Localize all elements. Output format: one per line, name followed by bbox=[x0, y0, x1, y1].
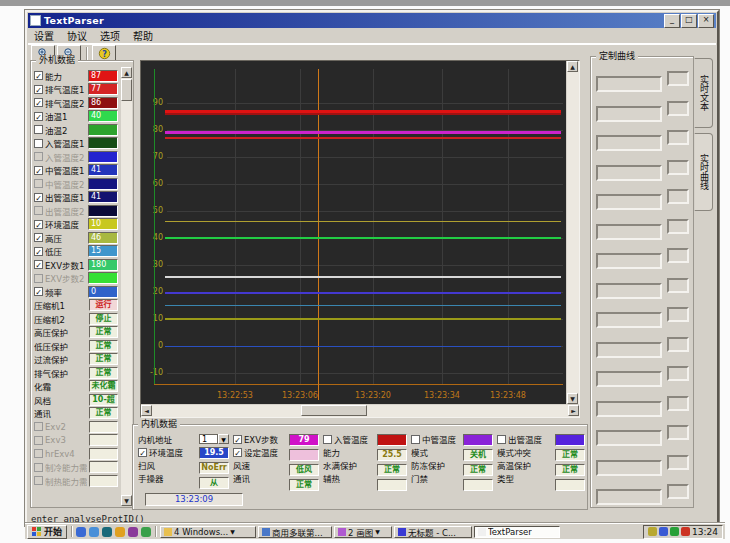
menu-item[interactable]: 设置 bbox=[34, 28, 54, 43]
checkbox[interactable]: ✓ bbox=[34, 85, 43, 94]
tray-icon[interactable] bbox=[670, 527, 679, 536]
quick-launch-icon[interactable] bbox=[128, 527, 138, 537]
tray-icon[interactable] bbox=[681, 527, 690, 536]
custom-curve-name-field[interactable] bbox=[596, 460, 662, 476]
custom-curve-name-field[interactable] bbox=[596, 76, 662, 92]
checkbox[interactable]: ✓ bbox=[34, 193, 43, 202]
custom-curve-name-field[interactable] bbox=[596, 371, 662, 387]
checkbox[interactable]: ✓ bbox=[34, 112, 43, 121]
chart-vscrollbar[interactable]: ▲ ▼ bbox=[567, 61, 579, 404]
taskbar-button[interactable]: 2 画图▼ bbox=[334, 526, 392, 538]
scroll-up-icon[interactable]: ▲ bbox=[121, 67, 132, 78]
custom-curve-value-field[interactable] bbox=[667, 396, 689, 411]
scroll-down-icon[interactable]: ▼ bbox=[121, 495, 132, 506]
quick-launch-icon[interactable] bbox=[102, 527, 112, 537]
custom-curve-name-field[interactable] bbox=[596, 194, 662, 210]
checkbox[interactable] bbox=[34, 463, 43, 472]
outdoor-scrollbar[interactable]: ▲ ▼ bbox=[121, 67, 132, 506]
quick-launch-icon[interactable] bbox=[115, 527, 125, 537]
checkbox[interactable]: ✓ bbox=[34, 98, 43, 107]
checkbox[interactable]: ✓ bbox=[34, 287, 43, 296]
custom-curve-name-field[interactable] bbox=[596, 253, 662, 269]
indoor-address-dropdown[interactable]: 1▼ bbox=[199, 434, 229, 444]
menu-item[interactable]: 协议 bbox=[67, 28, 87, 43]
checkbox[interactable]: ✓ bbox=[34, 260, 43, 269]
custom-curve-value-field[interactable] bbox=[667, 71, 689, 86]
scroll-down-icon[interactable]: ▼ bbox=[567, 393, 578, 404]
checkbox[interactable] bbox=[411, 435, 420, 444]
custom-curve-name-field[interactable] bbox=[596, 224, 662, 240]
scroll-left-icon[interactable]: ◄ bbox=[141, 405, 152, 416]
checkbox[interactable]: ✓ bbox=[34, 71, 43, 80]
checkbox[interactable] bbox=[34, 179, 43, 188]
scroll-right-icon[interactable]: ► bbox=[568, 405, 579, 416]
tray-icon[interactable] bbox=[648, 527, 657, 536]
taskbar-button[interactable]: 4 Windows...▼ bbox=[160, 526, 256, 538]
custom-curve-value-field[interactable] bbox=[667, 366, 689, 381]
checkbox[interactable] bbox=[34, 139, 43, 148]
checkbox[interactable] bbox=[34, 206, 43, 215]
custom-curve-value-field[interactable] bbox=[667, 130, 689, 145]
checkbox[interactable]: ✓ bbox=[34, 220, 43, 229]
checkbox[interactable]: ✓ bbox=[34, 233, 43, 242]
start-button[interactable]: 开始 bbox=[27, 525, 67, 539]
custom-curve-value-field[interactable] bbox=[667, 455, 689, 470]
checkbox[interactable] bbox=[34, 422, 43, 431]
custom-curve-name-field[interactable] bbox=[596, 135, 662, 151]
checkbox[interactable] bbox=[497, 435, 506, 444]
custom-curve-value-field[interactable] bbox=[667, 337, 689, 352]
custom-curve-name-field[interactable] bbox=[596, 342, 662, 358]
minimize-button[interactable]: _ bbox=[664, 14, 680, 28]
custom-curve-name-field[interactable] bbox=[596, 106, 662, 122]
scroll-up-icon[interactable]: ▲ bbox=[567, 61, 578, 72]
taskbar-button[interactable]: 无标题 - C... bbox=[394, 526, 472, 538]
quick-launch-icon[interactable] bbox=[89, 527, 99, 537]
scrollbar-thumb[interactable] bbox=[301, 405, 367, 416]
tray-icon[interactable] bbox=[659, 527, 668, 536]
checkbox[interactable]: ✓ bbox=[138, 448, 147, 457]
custom-curve-value-field[interactable] bbox=[667, 484, 689, 499]
custom-curve-name-field[interactable] bbox=[596, 401, 662, 417]
custom-curve-name-field[interactable] bbox=[596, 489, 662, 505]
checkbox[interactable] bbox=[34, 274, 43, 283]
quick-launch-icon[interactable] bbox=[141, 527, 151, 537]
custom-curve-name-field[interactable] bbox=[596, 312, 662, 328]
custom-curve-value-field[interactable] bbox=[667, 160, 689, 175]
time-cursor[interactable] bbox=[318, 69, 319, 400]
chart-plot[interactable]: 9080706050403020100-1013:22:5313:23:0613… bbox=[141, 61, 566, 404]
custom-curve-value-field[interactable] bbox=[667, 248, 689, 263]
taskbar-button[interactable]: 商用多联第... bbox=[258, 526, 332, 538]
side-tab[interactable]: 实时曲线 bbox=[694, 133, 713, 211]
quick-launch-icon[interactable] bbox=[76, 527, 86, 537]
maximize-button[interactable]: □ bbox=[681, 14, 697, 28]
checkbox[interactable] bbox=[34, 449, 43, 458]
checkbox[interactable] bbox=[34, 152, 43, 161]
custom-curve-value-field[interactable] bbox=[667, 278, 689, 293]
checkbox[interactable] bbox=[34, 476, 43, 485]
custom-curve-value-field[interactable] bbox=[667, 101, 689, 116]
checkbox[interactable]: ✓ bbox=[233, 435, 242, 444]
taskbar-button[interactable]: TextParser bbox=[474, 526, 560, 538]
custom-curve-name-field[interactable] bbox=[596, 283, 662, 299]
custom-curve-value-field[interactable] bbox=[667, 219, 689, 234]
custom-curve-value-field[interactable] bbox=[667, 189, 689, 204]
help-button[interactable]: ? bbox=[92, 45, 116, 62]
checkbox[interactable]: ✓ bbox=[34, 247, 43, 256]
chart-hscrollbar[interactable]: ◄ ► bbox=[141, 405, 579, 417]
checkbox[interactable]: ✓ bbox=[34, 166, 43, 175]
menu-item[interactable]: 选项 bbox=[100, 28, 120, 43]
scrollbar-thumb[interactable] bbox=[121, 79, 132, 101]
custom-curve-name-field[interactable] bbox=[596, 430, 662, 446]
custom-curve-value-field[interactable] bbox=[667, 307, 689, 322]
dropdown-arrow-icon[interactable]: ▼ bbox=[218, 434, 229, 444]
custom-curve-name-field[interactable] bbox=[596, 165, 662, 181]
close-button[interactable]: × bbox=[698, 14, 714, 28]
custom-curve-value-field[interactable] bbox=[667, 425, 689, 440]
menu-item[interactable]: 帮助 bbox=[133, 28, 153, 43]
side-tab[interactable]: 实时文本 bbox=[694, 58, 713, 128]
title-bar[interactable]: TextParser _ □ × bbox=[28, 13, 716, 28]
checkbox[interactable] bbox=[34, 125, 43, 134]
checkbox[interactable]: ✓ bbox=[233, 448, 242, 457]
checkbox[interactable] bbox=[323, 435, 332, 444]
tray-clock[interactable]: 13:24 bbox=[692, 527, 718, 537]
